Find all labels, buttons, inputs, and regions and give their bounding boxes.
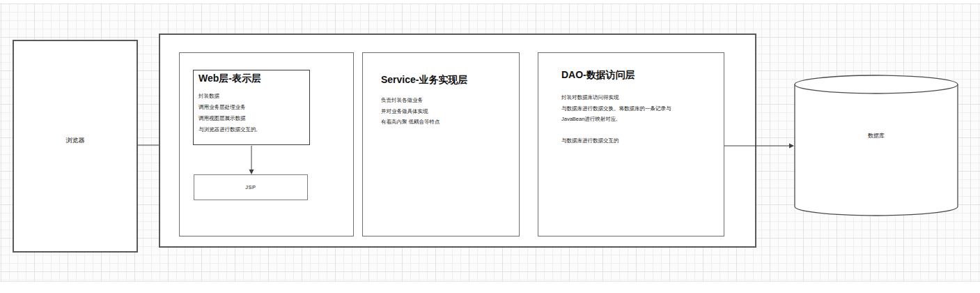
web-note-line: 与浏览器进行数据交互的, — [199, 124, 304, 135]
database-cylinder-body — [795, 84, 958, 216]
web-note-line: 调用业务层处理业务 — [199, 102, 304, 113]
jsp-label: JSP — [245, 184, 256, 190]
dao-note-line: 与数据库进行数据交换。将数据库的一条记录与 — [561, 103, 717, 114]
web-note-line: 封装数据 — [199, 91, 304, 102]
browser-node[interactable]: 浏览器 — [13, 40, 138, 253]
database-cylinder-top — [795, 75, 958, 93]
service-note-line: 并对业务做具体实现 — [381, 106, 512, 117]
dao-note-line: 封装对数据库访问得实现 — [561, 92, 717, 103]
dao-note-line: JavaBean进行映射对应, — [561, 114, 717, 125]
dao-note-footer: 与数据库进行数据交互的 — [561, 135, 717, 146]
canvas-top-margin — [0, 0, 980, 3]
canvas-bottom-margin — [0, 281, 980, 293]
service-layer-node[interactable]: Service-业务实现层 负责封装各做业务 并对业务做具体实现 有着高内聚 低… — [362, 52, 520, 236]
database-cylinder-node[interactable] — [794, 75, 958, 217]
web-layer-notes: 封装数据 调用业务层处理业务 调用视图层展示数据 与浏览器进行数据交互的, — [199, 91, 304, 135]
service-note-line: 负责封装各做业务 — [381, 95, 512, 106]
arrow-dao-to-database[interactable] — [724, 142, 795, 149]
web-note-line: 调用视图层展示数据 — [199, 113, 304, 124]
service-note-line: 有着高内聚 低耦合等特点 — [381, 117, 512, 128]
web-layer-node[interactable]: Web层-表示层 封装数据 调用业务层处理业务 调用视图层展示数据 与浏览器进行… — [193, 70, 310, 145]
browser-label: 浏览器 — [66, 136, 85, 145]
database-label: 数据库 — [794, 132, 958, 140]
dao-layer-notes: 封装对数据库访问得实现 与数据库进行数据交换。将数据库的一条记录与 JavaBe… — [561, 92, 717, 125]
web-layer-title: Web层-表示层 — [199, 73, 304, 85]
service-layer-title: Service-业务实现层 — [381, 74, 512, 87]
arrow-web-to-jsp[interactable] — [247, 146, 256, 174]
dao-layer-title: DAO-数据访问层 — [561, 69, 717, 82]
service-layer-notes: 负责封装各做业务 并对业务做具体实现 有着高内聚 低耦合等特点 — [381, 95, 512, 128]
jsp-node[interactable]: JSP — [194, 174, 308, 200]
dao-layer-node[interactable]: DAO-数据访问层 封装对数据库访问得实现 与数据库进行数据交换。将数据库的一条… — [538, 52, 724, 236]
diagram-canvas: 浏览器 Web层-表示层 封装数据 调用业务层处理业务 调用视图层展示数据 与浏… — [0, 0, 980, 293]
